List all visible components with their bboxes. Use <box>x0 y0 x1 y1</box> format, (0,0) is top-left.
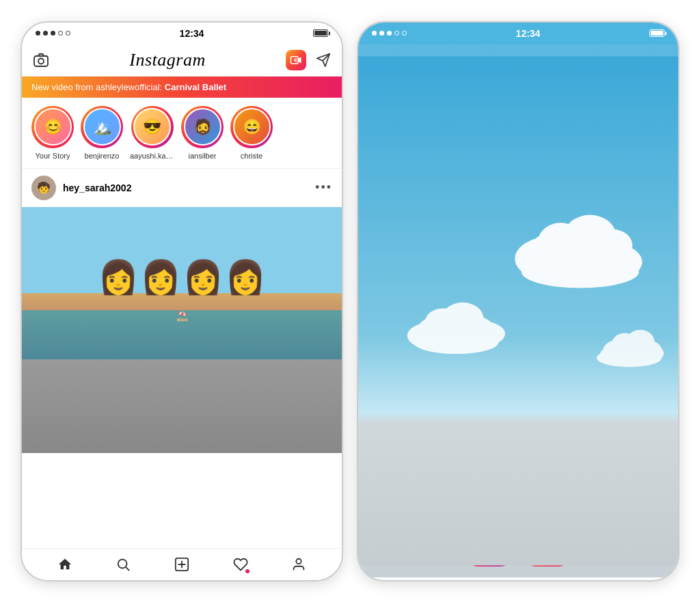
scene: 12:34 Instagram <box>0 0 700 602</box>
status-bar-left: 12:34 <box>22 23 342 44</box>
story-avatar-1: 🏔️ <box>83 108 121 146</box>
dot-3 <box>51 31 55 36</box>
camera-button[interactable] <box>33 52 49 68</box>
svg-rect-3 <box>294 59 295 61</box>
dot-r2 <box>379 31 384 36</box>
dot-r1 <box>372 31 377 36</box>
story-emoji-4: 😄 <box>243 118 261 136</box>
signal-dots <box>36 31 70 36</box>
igtv-phone: 12:34 <box>357 21 679 582</box>
post-avatar-emoji: 🧒 <box>37 181 51 194</box>
post-username: hey_sarah2002 <box>63 182 131 193</box>
bottom-nav <box>22 548 342 580</box>
post-people: 👩👩👩👩 <box>98 258 266 297</box>
battery-left <box>313 29 328 37</box>
instagram-phone: 12:34 Instagram <box>21 21 343 582</box>
notification-text: New video from ashleylewofficial: Carniv… <box>31 82 226 92</box>
igtv-screen <box>358 44 678 577</box>
story-item-christe[interactable]: 😄 christe <box>230 106 273 160</box>
dot-r5 <box>402 31 407 36</box>
svg-rect-13 <box>358 56 678 565</box>
status-time-right: 12:34 <box>516 28 541 39</box>
instagram-logo: Instagram <box>129 50 205 70</box>
status-bar-right: 12:34 <box>358 23 678 44</box>
story-label-2: aayushi.kaushik <box>130 152 174 160</box>
post-image-bg: 👩👩👩👩 ⛱️ <box>22 207 342 453</box>
stories-row: 😊 Your Story 🏔️ benjirenzo 😎 <box>22 98 342 169</box>
your-story-avatar: 😊 <box>34 108 72 146</box>
post-header: 🧒 hey_sarah2002 ••• <box>22 169 342 207</box>
svg-rect-4 <box>295 58 297 62</box>
send-button[interactable] <box>316 53 331 68</box>
svg-point-32 <box>626 329 655 354</box>
svg-point-1 <box>38 58 44 64</box>
svg-point-12 <box>297 558 301 563</box>
dot-1 <box>36 31 40 36</box>
story-ring-2: 😎 <box>131 106 174 148</box>
story-item-aayushi[interactable]: 😎 aayushi.kaushik <box>130 106 174 160</box>
post-more-button[interactable]: ••• <box>315 180 332 195</box>
post-image-decoration: ⛱️ <box>176 310 188 321</box>
battery-icon-left <box>313 29 328 37</box>
svg-point-7 <box>118 559 127 568</box>
svg-line-8 <box>126 567 130 571</box>
your-story-ring: 😊 <box>31 106 74 148</box>
dot-2 <box>43 31 48 36</box>
header-icons <box>286 50 331 70</box>
your-story-label: Your Story <box>36 152 70 160</box>
story-label-3: iansilber <box>189 152 217 160</box>
sky-svg <box>358 44 678 577</box>
dot-5 <box>66 31 70 36</box>
story-emoji-1: 🏔️ <box>93 118 111 136</box>
signal-dots-right <box>372 31 407 36</box>
story-avatar-2: 😎 <box>133 108 171 146</box>
story-item-yours[interactable]: 😊 Your Story <box>31 106 74 160</box>
dot-r4 <box>394 31 399 36</box>
story-ring-3: 🧔 <box>181 106 224 148</box>
story-avatar-4: 😄 <box>233 108 271 146</box>
story-label-1: benjirenzo <box>85 152 120 160</box>
story-emoji-3: 🧔 <box>193 118 212 136</box>
status-time-left: 12:34 <box>180 28 204 39</box>
battery-icon-right <box>649 29 664 37</box>
instagram-header: Instagram <box>22 44 342 77</box>
story-emoji-2: 😎 <box>143 118 161 136</box>
nav-new-post[interactable] <box>174 557 189 572</box>
post-avatar: 🧒 <box>31 176 56 200</box>
svg-point-20 <box>593 229 632 262</box>
nav-profile[interactable] <box>291 557 306 572</box>
story-avatar-3: 🧔 <box>184 108 221 146</box>
nav-home[interactable] <box>57 557 72 572</box>
battery-fill-right <box>651 31 663 36</box>
battery-fill <box>314 31 327 36</box>
igtv-button[interactable] <box>286 50 306 70</box>
post-image: 👩👩👩👩 ⛱️ <box>22 207 342 453</box>
story-ring-1: 🏔️ <box>81 106 123 148</box>
battery-right <box>649 29 664 37</box>
svg-rect-0 <box>34 56 48 66</box>
dot-4 <box>58 31 63 36</box>
story-item-benjirenzo[interactable]: 🏔️ benjirenzo <box>81 106 123 160</box>
story-label-4: christe <box>241 152 262 160</box>
svg-point-26 <box>442 302 483 335</box>
post-user[interactable]: 🧒 hey_sarah2002 <box>31 176 131 200</box>
story-item-iansilber[interactable]: 🧔 iansilber <box>181 106 224 160</box>
story-ring-4: 😄 <box>230 106 273 148</box>
notification-banner[interactable]: New video from ashleylewofficial: Carniv… <box>22 77 342 98</box>
nav-likes[interactable] <box>233 557 248 572</box>
nav-search[interactable] <box>116 557 131 572</box>
likes-notification-dot <box>245 569 250 573</box>
your-story-emoji: 😊 <box>44 118 62 136</box>
dot-r3 <box>387 31 392 36</box>
